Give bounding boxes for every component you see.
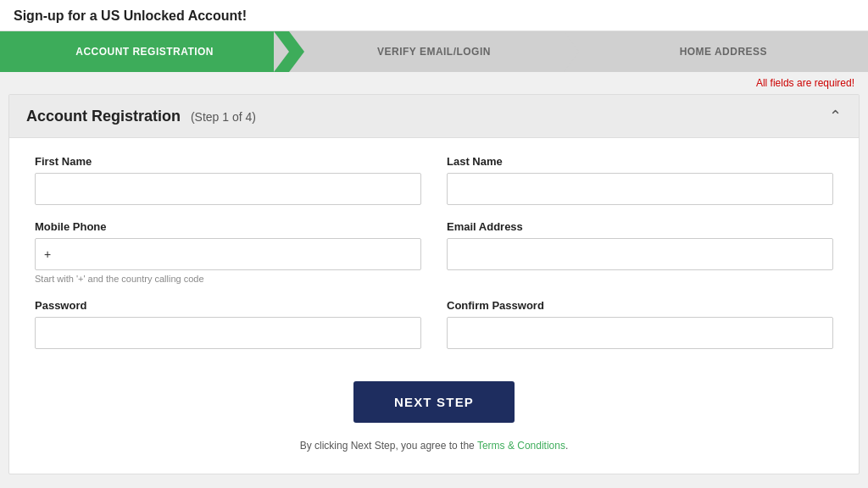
mobile-phone-input[interactable] <box>35 238 421 270</box>
button-area: NEXT STEP <box>35 364 833 431</box>
form-subtitle: (Step 1 of 4) <box>191 110 256 124</box>
form-title: Account Registration <box>26 108 181 125</box>
page-wrapper: Sign-up for a US Unlocked Account! ACCOU… <box>0 0 868 488</box>
email-label: Email Address <box>447 220 833 233</box>
page-header-title: Sign-up for a US Unlocked Account! <box>14 8 247 23</box>
stepper: ACCOUNT REGISTRATION VERIFY EMAIL/LOGIN … <box>0 31 868 72</box>
form-group-email: Email Address <box>447 220 833 284</box>
form-group-mobile-phone: Mobile Phone Start with '+' and the coun… <box>35 220 421 284</box>
last-name-label: Last Name <box>447 155 833 168</box>
password-input[interactable] <box>35 317 421 349</box>
confirm-password-input[interactable] <box>447 317 833 349</box>
required-note: All fields are required! <box>0 72 868 94</box>
collapse-icon[interactable]: ⌃ <box>829 107 842 125</box>
terms-note: By clicking Next Step, you agree to the … <box>35 440 833 465</box>
form-row-phone-email: Mobile Phone Start with '+' and the coun… <box>35 220 833 284</box>
form-row-name: First Name Last Name <box>35 155 833 205</box>
email-input[interactable] <box>447 238 833 270</box>
first-name-label: First Name <box>35 155 421 168</box>
step-account-registration: ACCOUNT REGISTRATION <box>0 31 289 72</box>
form-group-password: Password <box>35 299 421 349</box>
form-card-header: Account Registration (Step 1 of 4) ⌃ <box>9 95 859 138</box>
page-header: Sign-up for a US Unlocked Account! <box>0 0 868 31</box>
form-row-password: Password Confirm Password <box>35 299 833 349</box>
last-name-input[interactable] <box>447 173 833 205</box>
next-step-button[interactable]: NEXT STEP <box>353 381 515 423</box>
mobile-phone-label: Mobile Phone <box>35 220 421 233</box>
step-home-address: HOME ADDRESS <box>579 31 868 72</box>
form-group-confirm-password: Confirm Password <box>447 299 833 349</box>
terms-link[interactable]: Terms & Conditions <box>477 440 565 452</box>
password-label: Password <box>35 299 421 312</box>
form-group-first-name: First Name <box>35 155 421 205</box>
form-card-title-area: Account Registration (Step 1 of 4) <box>26 108 256 125</box>
mobile-phone-hint: Start with '+' and the country calling c… <box>35 274 421 284</box>
form-body: First Name Last Name Mobile Phone Start … <box>9 138 859 474</box>
form-card: Account Registration (Step 1 of 4) ⌃ Fir… <box>8 94 860 474</box>
confirm-password-label: Confirm Password <box>447 299 833 312</box>
form-group-last-name: Last Name <box>447 155 833 205</box>
terms-text-after: . <box>565 440 568 452</box>
step-verify-email: VERIFY EMAIL/LOGIN <box>289 31 578 72</box>
first-name-input[interactable] <box>35 173 421 205</box>
terms-text-before: By clicking Next Step, you agree to the <box>300 440 477 452</box>
